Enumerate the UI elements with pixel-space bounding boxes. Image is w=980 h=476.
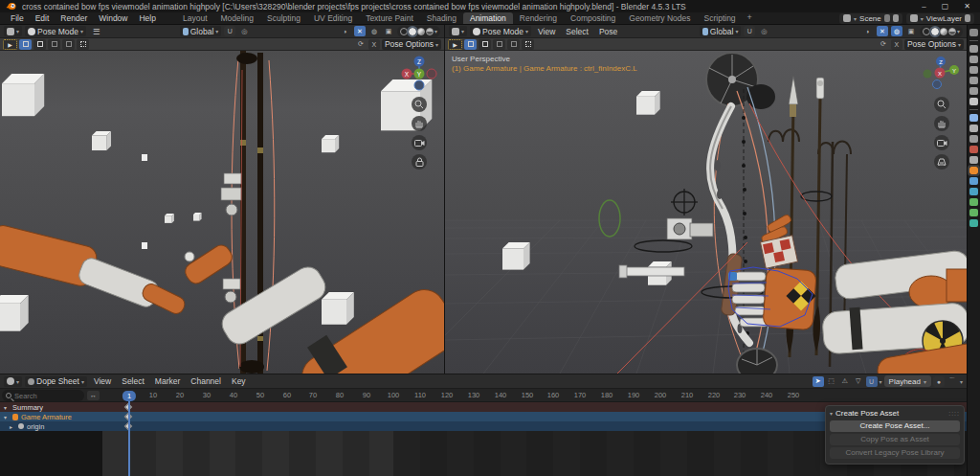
pose-menu[interactable]: Pose [595,27,621,36]
current-frame-indicator[interactable]: 1 [122,391,136,401]
proportional-edit-icon[interactable]: ◎ [758,26,769,36]
timeline-ruler[interactable]: 10 20 30 40 50 60 70 80 90 100 110 120 1… [0,389,967,402]
proportional-edit-icon[interactable]: ◎ [238,26,250,36]
mirror-x-toggle[interactable]: X [368,39,380,50]
convert-legacy-pose-library-button[interactable]: Convert Legacy Pose Library [830,447,960,459]
properties-tab-output-icon[interactable] [969,56,978,63]
active-tool-tweak-icon[interactable]: ▶ [448,39,462,50]
workspace-tab-scripting[interactable]: Scripting [698,12,743,24]
drag-handle-icon[interactable]: :::: [948,410,960,417]
properties-tab-physics-icon[interactable] [969,146,978,153]
properties-tab-particles-icon[interactable] [969,188,978,195]
workspace-tab-compositing[interactable]: Compositing [564,12,622,24]
copy-pose-as-asset-button[interactable]: Copy Pose as Asset [830,434,960,445]
object-visibility-dropdown[interactable]: ◗ [340,26,351,36]
new-viewlayer-icon[interactable] [965,14,970,22]
filter-icon[interactable]: ▽ [853,376,864,387]
viewport-left-canvas[interactable]: Z X Y [0,51,444,374]
select-intersect-button[interactable] [522,39,534,50]
channel-row-summary[interactable]: ▾Summary [0,402,967,412]
select-new-button[interactable] [464,39,477,50]
select-new-button[interactable] [19,39,32,50]
show-gizmo-dropdown[interactable]: ✕ [877,26,888,36]
workspace-tab-geometry-nodes[interactable]: Geometry Nodes [622,12,697,24]
properties-tab-printer-icon[interactable] [969,125,978,132]
channel-search[interactable] [2,390,84,401]
menu-file[interactable]: File [6,13,29,23]
xray-toggle[interactable]: ▣ [383,26,394,36]
collapse-icon[interactable]: ▾ [4,414,10,420]
workspace-tab-texture-paint[interactable]: Texture Paint [359,12,420,24]
shading-solid-icon[interactable] [409,28,416,35]
interpolation-icon[interactable]: ⌒ [947,376,958,387]
properties-tab-object-icon[interactable] [969,167,978,174]
playhead[interactable] [128,399,130,476]
shading-material-icon[interactable] [940,28,947,35]
minimize-button[interactable]: – [922,0,925,12]
properties-tab-data-icon[interactable] [969,198,978,206]
workspace-tab-uv-editing[interactable]: UV Editing [307,12,359,24]
properties-tab-constraints-icon[interactable] [969,156,978,164]
mode-dropdown[interactable]: Pose Mode▾ [25,26,86,36]
search-input[interactable] [14,392,72,400]
mode-dropdown[interactable]: Pose Mode▾ [470,26,531,36]
workspace-tab-animation[interactable]: Animation [463,12,513,24]
menu-window[interactable]: Window [94,13,132,23]
only-errors-icon[interactable]: ⚠ [839,376,851,387]
menu-render[interactable]: Render [56,13,92,23]
zoom-icon[interactable] [934,97,949,112]
ds-view-menu[interactable]: View [90,376,115,386]
hand-grip-object[interactable] [728,267,816,330]
pin-icon[interactable] [884,14,890,22]
camera-view-icon[interactable] [934,135,949,150]
shading-wireframe-icon[interactable] [400,28,408,35]
close-button[interactable]: ✕ [964,0,970,12]
proportional-edit-icon[interactable]: ⬚ [826,376,837,387]
scene-selector[interactable]: ▾ Scene [839,13,902,24]
properties-tab-tool-icon[interactable] [969,98,978,105]
workspace-tab-layout[interactable]: Layout [176,12,214,24]
lock-icon[interactable] [412,154,427,170]
select-subtract-button[interactable] [48,39,60,50]
ds-key-menu[interactable]: Key [228,376,250,386]
properties-tab-world-icon[interactable] [969,87,978,95]
shading-rendered-icon[interactable] [948,28,956,35]
viewport-right-canvas[interactable]: User Perspective (1) Game Armature | Gam… [445,51,967,374]
overlays-dropdown[interactable]: ◍ [368,26,380,36]
workspace-tab-sculpting[interactable]: Sculpting [260,12,307,24]
channel-row-origin[interactable]: ▸origin [0,421,967,431]
collapse-icon[interactable]: ▾ [4,404,10,411]
viewlayer-selector[interactable]: ▾ ViewLayer [906,13,974,24]
editor-type-dropdown[interactable]: ▾ [449,26,467,36]
create-pose-asset-button[interactable]: Create Pose Asset... [830,420,960,432]
select-extend-button[interactable] [33,39,46,50]
workspace-tab-rendering[interactable]: Rendering [513,12,564,24]
select-extend-button[interactable] [479,39,491,50]
zoom-icon[interactable] [412,97,427,112]
pose-blend-icon[interactable]: ⟳ [355,39,367,50]
transform-orientation-dropdown[interactable]: Global▾ [700,26,742,36]
snap-target-dropdown[interactable]: Playhead▾ [884,375,931,387]
dope-sheet-mode-dropdown[interactable]: Dope Sheet▾ [25,376,87,387]
shading-wireframe-icon[interactable] [923,28,930,35]
maximize-button[interactable]: ▢ [942,0,949,12]
add-workspace-button[interactable]: + [743,12,757,24]
expand-filter-icon[interactable]: ↔ [87,391,100,400]
navigation-gizmo[interactable]: Z X Y [921,55,963,93]
object-visibility-dropdown[interactable]: ◗ [862,26,874,36]
channel-row-game-armature[interactable]: ▾Game Armature [0,412,967,421]
overlays-dropdown[interactable]: ◍ [891,26,902,36]
proportional-falloff-icon[interactable]: ● [933,376,945,387]
transform-orientation-dropdown[interactable]: Global▾ [180,26,222,36]
editor-type-dropdown[interactable]: ▾ [4,376,22,387]
snapping-magnet-icon[interactable]: U [744,26,755,36]
workspace-tab-modeling[interactable]: Modeling [214,12,261,24]
shading-solid-icon[interactable] [931,28,939,35]
select-tool-icon[interactable]: ➤ [813,376,824,387]
pan-hand-icon[interactable] [412,116,427,131]
ds-select-menu[interactable]: Select [118,376,148,386]
properties-tab-screen-icon[interactable] [969,135,978,143]
new-scene-icon[interactable] [893,14,899,22]
xray-toggle[interactable]: ▣ [905,26,917,36]
properties-tab-scene-icon[interactable] [969,77,978,84]
